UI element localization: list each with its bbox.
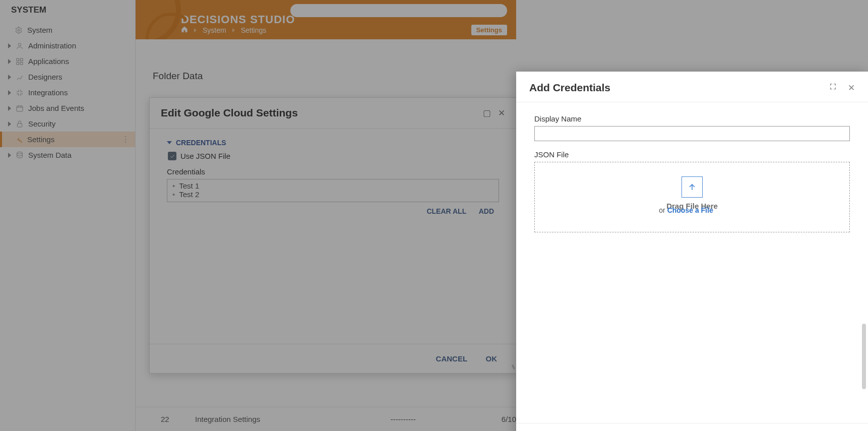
svg-point-0: [18, 29, 20, 31]
or-text: or: [659, 206, 667, 214]
scrollbar-thumb[interactable]: [862, 324, 866, 389]
svg-rect-5: [20, 62, 23, 65]
chevron-right-icon: [194, 28, 197, 32]
clear-all-button[interactable]: CLEAR ALL: [421, 205, 471, 217]
upload-icon: [681, 176, 703, 198]
more-icon[interactable]: ⋮: [121, 135, 129, 144]
breadcrumb-item[interactable]: Settings: [241, 26, 267, 34]
row-date: 6/10: [502, 415, 516, 423]
display-name-input[interactable]: [534, 126, 850, 141]
ok-button[interactable]: OK: [478, 351, 506, 366]
sidebar-item-label: Integrations: [28, 88, 68, 97]
add-button[interactable]: ADD: [474, 205, 499, 217]
sidebar: SYSTEM System Administration Application…: [0, 0, 136, 431]
app-title: DECISIONS STUDIO: [181, 13, 295, 26]
lock-icon: [15, 119, 24, 129]
svg-point-1: [18, 43, 21, 45]
sidebar-item-applications[interactable]: Applications: [0, 53, 135, 69]
sidebar-item-security[interactable]: Security: [0, 116, 135, 132]
caret-right-icon: [8, 106, 11, 111]
sidebar-item-label: System: [27, 26, 52, 34]
search-input[interactable]: [290, 4, 507, 17]
header: DECISIONS STUDIO System Settings Setting…: [136, 0, 516, 39]
header-decoration: [136, 0, 186, 39]
section-heading: CREDENTIALS: [176, 139, 226, 147]
edit-google-cloud-settings-dialog: Edit Google Cloud Settings ▢ ✕ CREDENTIA…: [149, 97, 517, 374]
chevron-right-icon: [232, 28, 235, 32]
credentials-list-label: Credentials: [167, 167, 499, 176]
json-file-label: JSON File: [534, 150, 850, 159]
credentials-list[interactable]: Test 1 Test 2: [167, 179, 499, 202]
header-search: [290, 4, 507, 17]
row-dashes: ----------: [391, 415, 502, 423]
gear-icon: [14, 26, 23, 35]
sidebar-item-system[interactable]: System: [0, 22, 135, 38]
chevron-down-icon: [167, 141, 172, 144]
row-index: 22: [161, 415, 195, 423]
caret-right-icon: [8, 153, 11, 158]
list-item[interactable]: Test 1: [172, 181, 493, 190]
sidebar-item-label: Security: [28, 119, 55, 128]
caret-right-icon: [8, 90, 11, 95]
database-icon: [15, 151, 24, 160]
sidebar-item-label: System Data: [28, 151, 72, 159]
sidebar-item-label: Jobs and Events: [28, 104, 84, 112]
choose-file-link[interactable]: Choose a File: [667, 206, 713, 214]
sidebar-item-label: Settings: [27, 135, 54, 144]
svg-rect-6: [17, 106, 23, 111]
list-item[interactable]: Test 2: [172, 190, 493, 199]
admin-icon: [15, 41, 24, 50]
sidebar-item-jobs-events[interactable]: Jobs and Events: [0, 100, 135, 116]
sidebar-item-administration[interactable]: Administration: [0, 38, 135, 53]
sidebar-item-settings[interactable]: Settings ⋮: [0, 132, 135, 147]
wrench-icon: [14, 135, 23, 144]
designers-icon: [15, 73, 24, 82]
caret-right-icon: [8, 43, 11, 48]
validation-panel: ! Credentials must have a display name. …: [516, 423, 868, 431]
svg-rect-4: [17, 62, 19, 65]
calendar-icon: [15, 104, 24, 113]
row-name: Integration Settings: [195, 415, 391, 423]
sidebar-item-integrations[interactable]: Integrations: [0, 85, 135, 100]
svg-rect-3: [20, 58, 23, 61]
credentials-section-toggle[interactable]: CREDENTIALS: [167, 139, 499, 147]
svg-rect-2: [17, 58, 19, 61]
sidebar-item-label: Administration: [28, 41, 76, 50]
caret-right-icon: [8, 59, 11, 64]
caret-right-icon: [8, 121, 11, 127]
sidebar-item-designers[interactable]: Designers: [0, 69, 135, 85]
sidebar-item-label: Designers: [28, 73, 63, 81]
cancel-button[interactable]: CANCEL: [428, 351, 476, 366]
sidebar-title: SYSTEM: [0, 0, 135, 22]
integrations-icon: [15, 88, 24, 97]
json-file-dropzone[interactable]: Drag File Here or Choose a File: [534, 162, 850, 232]
add-credentials-dialog: Add Credentials ✕ Display Name JSON File…: [516, 72, 868, 431]
folder-heading: Folder Data: [153, 71, 203, 82]
apps-icon: [15, 57, 24, 66]
maximize-icon[interactable]: ▢: [483, 108, 491, 118]
dialog-title: Edit Google Cloud Settings: [161, 107, 298, 119]
use-json-file-checkbox[interactable]: [168, 152, 176, 160]
table-row[interactable]: 22 Integration Settings ---------- 6/10: [136, 407, 516, 431]
display-name-label: Display Name: [534, 114, 850, 123]
dialog-title: Add Credentials: [529, 82, 610, 94]
svg-rect-7: [17, 124, 22, 127]
breadcrumb-item[interactable]: System: [203, 26, 226, 34]
expand-icon[interactable]: [829, 83, 837, 93]
svg-point-8: [17, 152, 23, 154]
checkbox-label: Use JSON File: [180, 152, 230, 160]
sidebar-item-label: Applications: [28, 57, 69, 66]
close-icon[interactable]: ✕: [848, 83, 855, 93]
header-settings-button[interactable]: Settings: [471, 25, 507, 35]
breadcrumb: System Settings: [181, 26, 266, 34]
home-icon[interactable]: [181, 26, 188, 34]
sidebar-item-system-data[interactable]: System Data: [0, 147, 135, 163]
close-icon[interactable]: ✕: [498, 108, 505, 118]
caret-right-icon: [8, 75, 11, 80]
